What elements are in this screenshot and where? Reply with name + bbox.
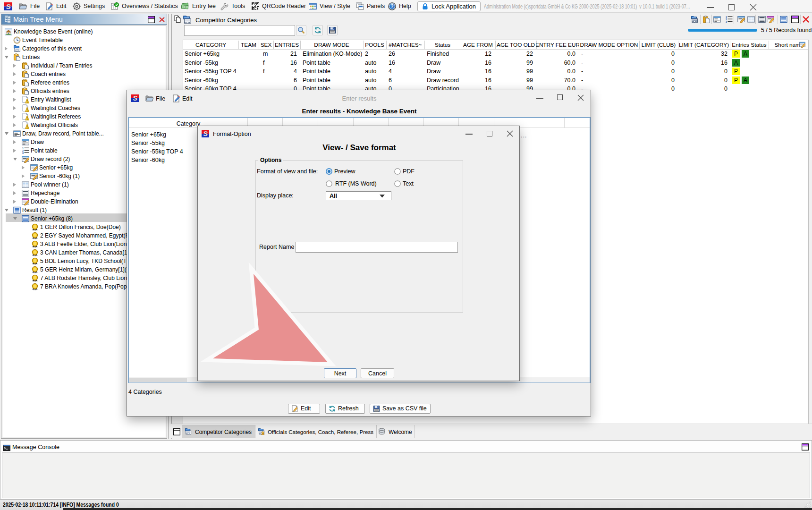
svg-text:?: ? (390, 3, 393, 9)
